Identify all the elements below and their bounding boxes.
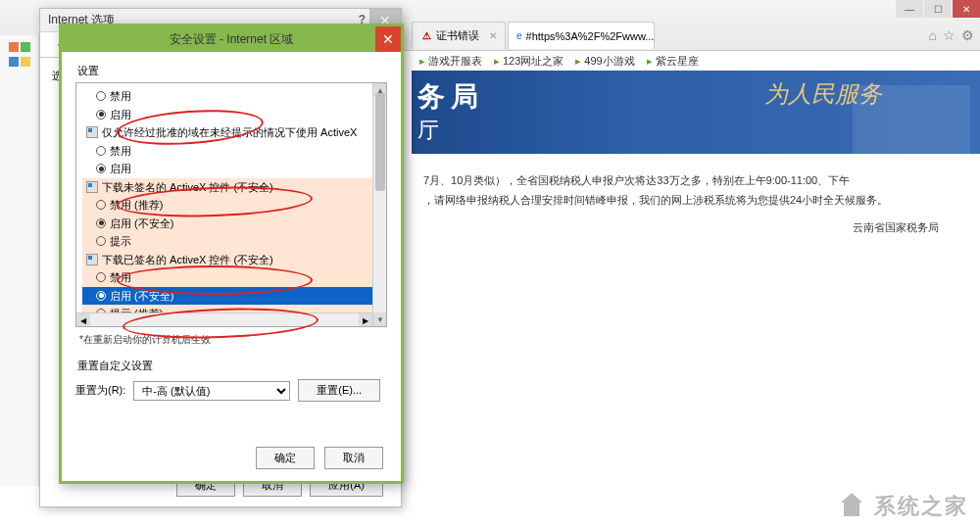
notice-line: ，请网络申报纳税人合理安排时间错峰申报，我们的网上涉税系统将为您提供24小时全天… (423, 191, 968, 211)
radio-icon (96, 164, 106, 173)
setting-radio-option[interactable]: 禁用 (82, 268, 380, 287)
scroll-right-icon[interactable]: ▶ (359, 313, 372, 327)
restart-note: *在重新启动你的计算机后生效 (75, 327, 387, 357)
dialog-titlebar[interactable]: 安全设置 - Internet 区域 ✕ (62, 26, 401, 52)
home-icon[interactable]: ⌂ (929, 27, 937, 43)
close-window-button[interactable]: ✕ (953, 0, 980, 18)
gear-icon[interactable]: ⚙ (961, 27, 974, 43)
app-icon[interactable] (8, 41, 31, 65)
vertical-scrollbar[interactable]: ▲ ▼ (372, 83, 386, 326)
setting-radio-option[interactable]: 禁用 (82, 142, 380, 161)
scroll-left-icon[interactable]: ◀ (76, 313, 90, 327)
banner-figure (853, 85, 970, 154)
category-icon (86, 181, 98, 193)
setting-radio-option[interactable]: 启用 (82, 160, 380, 178)
notice-text: 7月、10月类似），全省国税纳税人申报户次将达33万之多，特别在上午9:00-1… (412, 154, 980, 255)
setting-radio-option[interactable]: 禁用 (推荐) (82, 196, 380, 215)
category-icon (86, 254, 98, 265)
page-banner: 务局 厅 为人民服务 (412, 71, 980, 154)
radio-icon (96, 272, 106, 282)
house-icon (835, 493, 868, 520)
favorites-icon[interactable]: ☆ (943, 27, 956, 43)
setting-group-header: 仅允许经过批准的域在未经提示的情况下使用 ActiveX (82, 123, 380, 142)
fav-link[interactable]: ▸游戏开服表 (419, 53, 482, 69)
radio-icon (96, 236, 106, 246)
radio-icon (96, 146, 106, 156)
radio-icon (96, 291, 106, 301)
setting-radio-option[interactable]: 启用 (不安全) (82, 287, 380, 306)
tab-label: #https%3A%2F%2Fwww... (526, 30, 655, 42)
radio-icon (96, 200, 106, 210)
option-label: 仅允许经过批准的域在未经提示的情况下使用 ActiveX (102, 124, 357, 141)
option-label: 启用 (不安全) (110, 288, 173, 305)
option-label: 启用 (不安全) (110, 216, 173, 232)
maximize-button[interactable]: ☐ (924, 0, 952, 18)
scroll-down-icon[interactable]: ▼ (373, 313, 387, 326)
close-icon[interactable]: ✕ (375, 26, 401, 52)
favorites-bar: ▸游戏开服表 ▸123网址之家 ▸499小游戏 ▸紫云星座 (412, 49, 941, 72)
login-header: 使用其它登录方式 (951, 374, 980, 391)
option-label: 禁用 (110, 88, 131, 105)
nav-icons: ⌂ ☆ ⚙ (929, 27, 974, 43)
setting-radio-option[interactable]: 提示 (82, 232, 380, 251)
setting-radio-option[interactable]: 启用 (不安全) (82, 215, 380, 233)
reset-level-select[interactable]: 中-高 (默认值) (133, 381, 290, 401)
warning-icon: ⚠ (420, 30, 432, 42)
setting-group-header: 下载已签名的 ActiveX 控件 (不安全) (82, 251, 380, 269)
settings-list-inner: 禁用启用仅允许经过批准的域在未经提示的情况下使用 ActiveX禁用启用下载未签… (76, 83, 386, 327)
option-label: 提示 (110, 233, 131, 250)
setting-group-header: 下载未签名的 ActiveX 控件 (不安全) (82, 178, 380, 197)
setting-radio-option[interactable]: 禁用 (82, 87, 380, 106)
option-label: 禁用 (推荐) (110, 197, 163, 214)
link-icon: ▸ (575, 55, 581, 68)
dialog-title: 安全设置 - Internet 区域 (170, 31, 294, 48)
page-content: 务局 厅 为人民服务 7月、10月类似），全省国税纳税人申报户次将达33万之多，… (412, 71, 980, 529)
security-settings-dialog: 安全设置 - Internet 区域 ✕ 设置 禁用启用仅允许经过批准的域在未经… (59, 24, 404, 484)
watermark: 系统之家 (835, 492, 968, 521)
dialog-footer: 确定 取消 (256, 447, 383, 469)
reset-button[interactable]: 重置(E)... (298, 379, 380, 402)
fav-link[interactable]: ▸499小游戏 (575, 53, 634, 69)
tab-cert-error[interactable]: ⚠ 证书错误 ✕ (412, 22, 506, 49)
fav-link[interactable]: ▸123网址之家 (494, 53, 564, 69)
browser-tab-strip: ⚠ 证书错误 ✕ e #https%3A%2F%2Fwww... ✕ (412, 22, 941, 49)
ok-button[interactable]: 确定 (256, 447, 315, 469)
settings-list[interactable]: 禁用启用仅允许经过批准的域在未经提示的情况下使用 ActiveX禁用启用下载未签… (75, 82, 387, 327)
scroll-thumb[interactable] (375, 93, 385, 191)
minimize-button[interactable]: — (896, 0, 923, 18)
dialog-body: 设置 禁用启用仅允许经过批准的域在未经提示的情况下使用 ActiveX禁用启用下… (62, 52, 401, 409)
reset-row: 重置为(R): 中-高 (默认值) 重置(E)... (75, 379, 387, 402)
app-sidebar (0, 35, 39, 486)
option-label: 下载已签名的 ActiveX 控件 (不安全) (102, 252, 273, 268)
ie-icon: e (516, 30, 522, 42)
cancel-button[interactable]: 取消 (324, 447, 383, 469)
window-controls: — ☐ ✕ (895, 0, 980, 18)
option-label: 启用 (110, 107, 131, 123)
setting-radio-option[interactable]: 启用 (82, 106, 380, 124)
horizontal-scrollbar[interactable]: ◀ ▶ (76, 313, 372, 326)
option-label: 禁用 (110, 269, 131, 286)
reset-label: 重置为(R): (75, 383, 125, 398)
radio-icon (96, 110, 106, 120)
watermark-text: 系统之家 (874, 492, 968, 521)
notice-signature: 云南省国家税务局 (423, 211, 968, 238)
tab-https[interactable]: e #https%3A%2F%2Fwww... ✕ (508, 22, 655, 49)
radio-icon (96, 218, 106, 228)
tab-close-icon[interactable]: ✕ (489, 30, 497, 41)
reset-header: 重置自定义设置 (75, 357, 387, 379)
option-label: 启用 (110, 161, 131, 177)
option-label: 下载未签名的 ActiveX 控件 (不安全) (102, 179, 273, 196)
category-icon (86, 126, 98, 138)
tab-label: 证书错误 (436, 28, 479, 43)
link-icon: ▸ (419, 55, 425, 68)
link-icon: ▸ (647, 55, 653, 68)
link-icon: ▸ (494, 55, 500, 68)
radio-icon (96, 91, 106, 101)
fav-link[interactable]: ▸紫云星座 (647, 53, 699, 69)
option-label: 禁用 (110, 143, 131, 160)
notice-line: 7月、10月类似），全省国税纳税人申报户次将达33万之多，特别在上午9:00-1… (423, 171, 968, 191)
section-header: 设置 (75, 60, 387, 82)
